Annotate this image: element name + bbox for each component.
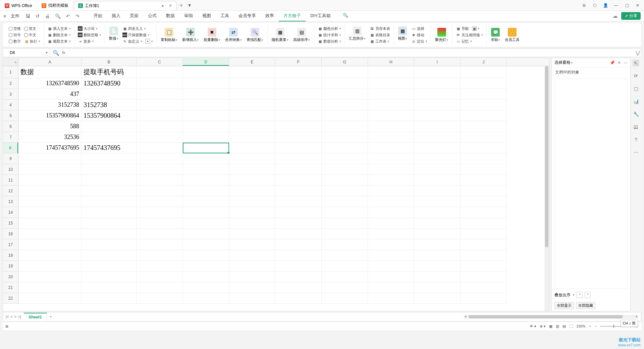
cell-B3[interactable] xyxy=(82,89,137,100)
cell-C9[interactable] xyxy=(137,153,183,164)
search-icon[interactable]: 🔍 xyxy=(338,11,353,21)
cell-G16[interactable] xyxy=(322,229,368,239)
zoom-out-button[interactable]: − xyxy=(594,324,596,328)
sheet-tab-1[interactable]: Sheet1 xyxy=(24,313,47,321)
cell-F15[interactable] xyxy=(275,218,322,229)
cb-english[interactable]: 英文 xyxy=(23,26,37,32)
cell-A8[interactable]: 17457437695 xyxy=(18,143,82,153)
row-header-4[interactable]: 4 xyxy=(3,100,18,110)
cell-C13[interactable] xyxy=(137,196,183,207)
cell-G11[interactable] xyxy=(322,175,368,186)
cell-G12[interactable] xyxy=(322,186,368,196)
redo-icon[interactable]: ↷ xyxy=(74,13,81,19)
cell-A17[interactable] xyxy=(18,239,82,250)
cell-H15[interactable] xyxy=(368,218,414,229)
insert-n-button[interactable]: ➕新增插入▾ xyxy=(181,27,200,43)
row-header-18[interactable]: 18 xyxy=(3,250,18,261)
cell-C5[interactable] xyxy=(137,110,183,121)
eye-icon[interactable]: 👁 ▾ xyxy=(530,324,536,329)
cell-C11[interactable] xyxy=(137,175,183,186)
cell-C3[interactable] xyxy=(137,89,183,100)
sync-icon[interactable]: ↺ xyxy=(34,13,41,19)
cell-I6[interactable] xyxy=(414,121,461,132)
cell-J9[interactable] xyxy=(461,153,507,164)
sheet-first-icon[interactable]: |< xyxy=(6,314,9,319)
cell-E8[interactable] xyxy=(229,143,275,153)
cell-I4[interactable] xyxy=(414,100,461,110)
cell-A10[interactable] xyxy=(18,164,82,175)
memory-button[interactable]: ▭记忆▾ xyxy=(455,39,484,44)
cell-I13[interactable] xyxy=(414,196,461,207)
cell-E18[interactable] xyxy=(229,250,275,261)
tab-diy[interactable]: DIY工具箱 xyxy=(306,11,335,21)
cell-J2[interactable] xyxy=(461,78,507,89)
cell-A15[interactable] xyxy=(18,218,82,229)
ime-indicator[interactable]: CH ♪ 简 xyxy=(621,320,638,327)
custom-button[interactable]: ✎自定义▾ +▾ xyxy=(122,39,154,44)
cell-I14[interactable] xyxy=(414,207,461,218)
cell-F7[interactable] xyxy=(275,132,322,143)
cell-A2[interactable]: 13263748590 xyxy=(18,78,82,89)
add-sheet-button[interactable]: + xyxy=(47,314,55,319)
cell-H6[interactable] xyxy=(368,121,414,132)
row-header-20[interactable]: 20 xyxy=(3,271,18,282)
cell-J20[interactable] xyxy=(461,271,507,282)
cell-G13[interactable] xyxy=(322,196,368,207)
cell-C12[interactable] xyxy=(137,186,183,196)
cell-A11[interactable] xyxy=(18,175,82,186)
cell-F21[interactable] xyxy=(275,282,322,293)
view-page-icon[interactable]: ▥ xyxy=(556,324,559,329)
cell-D5[interactable] xyxy=(183,110,229,121)
spotlight-button[interactable]: 聚光灯▾ xyxy=(434,27,449,43)
row-header-11[interactable]: 11 xyxy=(3,175,18,186)
cell-E10[interactable] xyxy=(229,164,275,175)
tab-wps-office[interactable]: W WPS Office xyxy=(1,1,36,10)
formula-input[interactable] xyxy=(68,50,634,55)
cell-C22[interactable] xyxy=(137,293,183,304)
cell-E5[interactable] xyxy=(229,110,275,121)
cell-I1[interactable] xyxy=(414,66,461,78)
cell-A14[interactable] xyxy=(18,207,82,218)
cell-H1[interactable] xyxy=(368,66,414,78)
cell-H5[interactable] xyxy=(368,110,414,121)
cell-E13[interactable] xyxy=(229,196,275,207)
cell-I8[interactable] xyxy=(414,143,461,153)
cell-C21[interactable] xyxy=(137,282,183,293)
cell-G17[interactable] xyxy=(322,239,368,250)
cell-B11[interactable] xyxy=(82,175,137,186)
row-header-13[interactable]: 13 xyxy=(3,196,18,207)
cell-F20[interactable] xyxy=(275,271,322,282)
random-button[interactable]: ▦随机重复▾ xyxy=(270,27,290,43)
cell-G19[interactable] xyxy=(322,261,368,271)
cb-number[interactable]: 数字 xyxy=(8,39,21,44)
worksheet-button[interactable]: ▦工作表▾ xyxy=(369,39,391,44)
cell-J5[interactable] xyxy=(461,110,507,121)
cell-A5[interactable]: 15357900864 xyxy=(18,110,82,121)
cell-G3[interactable] xyxy=(322,89,368,100)
cell-D19[interactable] xyxy=(183,261,229,271)
color-analysis-button[interactable]: ▦颜色分析▾ xyxy=(317,26,342,32)
cell-C1[interactable] xyxy=(137,66,183,78)
cell-F3[interactable] xyxy=(275,89,322,100)
cell-F9[interactable] xyxy=(275,153,322,164)
cell-J10[interactable] xyxy=(461,164,507,175)
row-header-22[interactable]: 22 xyxy=(3,293,18,304)
row-header-21[interactable]: 21 xyxy=(3,282,18,293)
cell-C14[interactable] xyxy=(137,207,183,218)
cell-E2[interactable] xyxy=(229,78,275,89)
cell-E7[interactable] xyxy=(229,132,275,143)
move-button[interactable]: ✥移动 xyxy=(411,32,428,38)
cell-C6[interactable] xyxy=(137,121,183,132)
cell-D22[interactable] xyxy=(183,293,229,304)
cell-J11[interactable] xyxy=(461,175,507,186)
cell-I16[interactable] xyxy=(414,229,461,239)
cell-H19[interactable] xyxy=(368,261,414,271)
tab-view[interactable]: 视图 xyxy=(198,11,216,21)
tab-fanggezi[interactable]: 方方格子 xyxy=(279,11,306,21)
cell-A6[interactable]: 588 xyxy=(18,121,82,132)
cell-G7[interactable] xyxy=(322,132,368,143)
col-header-E[interactable]: E xyxy=(229,58,275,66)
cell-H9[interactable] xyxy=(368,153,414,164)
adv-sort-button[interactable]: ▤高级排序▾ xyxy=(292,27,311,43)
cell-G22[interactable] xyxy=(322,293,368,304)
